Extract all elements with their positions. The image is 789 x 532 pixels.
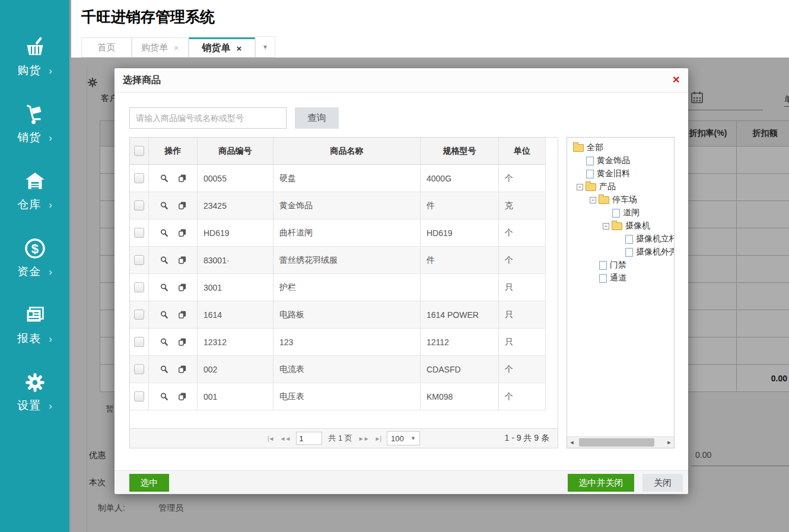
- search-icon[interactable]: [160, 365, 168, 374]
- svg-text:$: $: [31, 241, 39, 256]
- sidebar-item-购货[interactable]: 购货›: [0, 27, 69, 94]
- search-icon[interactable]: [160, 283, 168, 292]
- close-icon[interactable]: ×: [174, 43, 179, 53]
- tree-node-道闸[interactable]: 道闸: [571, 206, 674, 219]
- search-icon[interactable]: [160, 392, 168, 401]
- product-name-cell: 硬盘: [273, 165, 421, 192]
- tree-node-摄像机立杆[interactable]: 摄像机立杆: [571, 232, 674, 246]
- collapse-expander-icon[interactable]: −: [590, 197, 596, 203]
- copy-icon[interactable]: [178, 228, 187, 237]
- sidebar-item-设置[interactable]: 设置›: [0, 362, 69, 429]
- search-icon[interactable]: [160, 228, 168, 237]
- table-row: 1614电路板1614 POWER只: [130, 301, 558, 329]
- search-icon[interactable]: [160, 201, 168, 210]
- tree-node-摄像机外壳[interactable]: 摄像机外壳: [571, 246, 674, 259]
- product-search-input[interactable]: [129, 107, 287, 129]
- copy-icon[interactable]: [178, 392, 187, 401]
- row-checkbox[interactable]: [134, 310, 144, 320]
- row-action-icons: [160, 365, 187, 374]
- product-unit-cell: 只: [499, 274, 546, 301]
- sidebar-item-销货[interactable]: 销货›: [0, 94, 69, 161]
- close-icon[interactable]: ×: [673, 73, 680, 85]
- scroll-right-icon[interactable]: ►: [664, 437, 674, 448]
- row-checkbox[interactable]: [134, 255, 144, 265]
- tree-node-label: 停车场: [612, 195, 637, 205]
- copy-icon[interactable]: [178, 337, 187, 346]
- tree-node-停车场[interactable]: −停车场: [571, 193, 674, 206]
- tab-dropdown-button[interactable]: ▾: [255, 36, 275, 58]
- product-spec-cell: 1614 POWER: [421, 301, 499, 329]
- product-unit-cell: 个: [499, 383, 546, 410]
- tab-销货单[interactable]: 销货单×: [189, 37, 255, 58]
- select-product-modal: 选择商品 × 查询 操作商品编号商品名称规格型号单位00055硬盘4000G个2…: [114, 68, 688, 494]
- copy-icon[interactable]: [178, 310, 187, 319]
- prev-page-icon[interactable]: ◄◄: [279, 435, 290, 442]
- collapse-expander-icon[interactable]: −: [577, 184, 583, 190]
- tree-node-黄金饰品[interactable]: 黄金饰品: [571, 154, 674, 167]
- row-checkbox[interactable]: [134, 391, 144, 402]
- select-all-checkbox[interactable]: [134, 146, 144, 156]
- row-checkbox[interactable]: [134, 173, 144, 183]
- select-and-close-button[interactable]: 选中并关闭: [568, 474, 634, 492]
- page-number-input[interactable]: [296, 432, 322, 445]
- copy-icon[interactable]: [178, 174, 187, 183]
- copy-icon[interactable]: [178, 365, 187, 374]
- next-page-icon[interactable]: ►►: [358, 435, 369, 442]
- first-page-icon[interactable]: |◄: [268, 435, 274, 442]
- product-spec-cell: HD619: [421, 219, 499, 247]
- file-icon: [612, 209, 620, 218]
- sidebar-item-label: 资金: [17, 264, 41, 279]
- tab-购货单[interactable]: 购货单×: [132, 37, 189, 58]
- row-checkbox[interactable]: [134, 228, 144, 238]
- copy-icon[interactable]: [178, 256, 187, 265]
- table-row: 00055硬盘4000G个: [130, 165, 558, 192]
- column-header: 规格型号: [421, 138, 499, 165]
- search-icon[interactable]: [160, 310, 168, 319]
- row-checkbox[interactable]: [134, 282, 144, 292]
- tree-node-门禁[interactable]: 门禁: [571, 259, 674, 272]
- search-icon[interactable]: [160, 337, 168, 346]
- scroll-left-icon[interactable]: ◄: [567, 437, 577, 448]
- folder-icon: [586, 183, 596, 191]
- row-checkbox[interactable]: [134, 364, 144, 374]
- tab-label: 销货单: [202, 42, 231, 55]
- page-title: 千旺进销存管理系统: [71, 0, 789, 27]
- sidebar-item-仓库[interactable]: 仓库›: [0, 161, 69, 228]
- query-button[interactable]: 查询: [295, 107, 339, 129]
- search-icon[interactable]: [160, 174, 168, 183]
- table-row: HD619曲杆道闸HD619个: [130, 219, 558, 247]
- tab-首页[interactable]: 首页: [81, 37, 132, 58]
- row-checkbox[interactable]: [134, 337, 144, 347]
- tree-node-摄像机[interactable]: −摄像机: [571, 219, 674, 232]
- tree-node-黄金旧料[interactable]: 黄金旧料: [571, 167, 674, 180]
- select-button[interactable]: 选中: [129, 474, 169, 492]
- sidebar-item-资金[interactable]: $资金›: [0, 228, 69, 295]
- tree-node-全部[interactable]: 全部: [571, 141, 674, 154]
- close-button[interactable]: 关闭: [642, 474, 683, 492]
- scrollbar-thumb[interactable]: [579, 438, 654, 447]
- close-icon[interactable]: ×: [237, 43, 242, 53]
- product-code-cell: 23425: [198, 192, 273, 219]
- sidebar-item-label-row: 报表›: [17, 331, 52, 346]
- copy-icon[interactable]: [178, 201, 187, 210]
- sidebar-item-label-row: 购货›: [17, 63, 52, 78]
- tree-node-通道[interactable]: 通道: [571, 272, 674, 285]
- cart-icon: [23, 103, 47, 126]
- product-code-cell: 3001: [198, 274, 273, 301]
- product-unit-cell: 只: [499, 329, 546, 356]
- last-page-icon[interactable]: ►|: [375, 435, 381, 442]
- page-size-select[interactable]: 100 ▼: [387, 431, 420, 445]
- sidebar-item-报表[interactable]: 报表›: [0, 295, 69, 362]
- product-name-cell: 电路板: [273, 301, 421, 329]
- copy-icon[interactable]: [178, 283, 187, 292]
- file-icon: [586, 157, 594, 165]
- tree-node-label: 摄像机: [625, 221, 650, 231]
- tree-horizontal-scrollbar[interactable]: ◄ ►: [567, 437, 674, 448]
- row-checkbox-cell: [130, 274, 149, 301]
- tree-node-产品[interactable]: −产品: [571, 180, 674, 193]
- row-checkbox-cell: [130, 192, 149, 219]
- collapse-expander-icon[interactable]: −: [603, 223, 609, 230]
- app-root: 购货›销货›仓库›$资金›报表›设置› 千旺进销存管理系统 首页购货单×销货单×…: [0, 0, 789, 532]
- row-checkbox[interactable]: [134, 200, 144, 211]
- search-icon[interactable]: [160, 256, 168, 265]
